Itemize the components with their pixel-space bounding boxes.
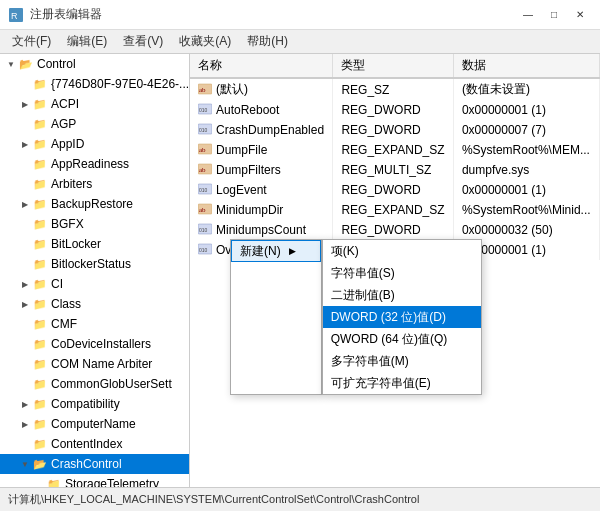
dword-value-icon: 010 — [198, 103, 212, 117]
tree-item-appreadiness[interactable]: AppReadiness — [0, 154, 189, 174]
table-row[interactable]: ab(默认)REG_SZ(数值未设置) — [190, 78, 600, 100]
submenu-item-4[interactable]: QWORD (64 位)值(Q) — [323, 328, 481, 350]
tree-label-bitlockerstatus: BitlockerStatus — [51, 257, 131, 271]
tree-item-contentindex[interactable]: ContentIndex — [0, 434, 189, 454]
new-menu-label: 新建(N) — [240, 243, 281, 260]
tree-item-codeviceinstallers[interactable]: CoDeviceInstallers — [0, 334, 189, 354]
svg-text:010: 010 — [199, 127, 208, 133]
string-value-icon: ab — [198, 203, 212, 217]
right-panel[interactable]: 名称 类型 数据 ab(默认)REG_SZ(数值未设置)010AutoReboo… — [190, 54, 600, 487]
expand-arrow-appid[interactable] — [18, 137, 32, 151]
expand-arrow-control[interactable] — [4, 57, 18, 71]
new-menu: 新建(N) ▶ — [230, 239, 322, 395]
tree-label-agp: AGP — [51, 117, 76, 131]
tree-item-appid[interactable]: AppID — [0, 134, 189, 154]
tree-item-cmf[interactable]: CMF — [0, 314, 189, 334]
tree-item-bitlocker[interactable]: BitLocker — [0, 234, 189, 254]
main-container: Control {7746D80F-97E0-4E26-... ACPI AGP… — [0, 54, 600, 487]
menu-item-h[interactable]: 帮助(H) — [239, 31, 296, 52]
svg-text:010: 010 — [199, 227, 208, 233]
menu-item-v[interactable]: 查看(V) — [115, 31, 171, 52]
folder-icon-appreadiness — [32, 157, 48, 171]
submenu-item-1[interactable]: 字符串值(S) — [323, 262, 481, 284]
col-header-type[interactable]: 类型 — [333, 54, 453, 78]
title-controls: — □ ✕ — [516, 5, 592, 25]
close-button[interactable]: ✕ — [568, 5, 592, 25]
tree-label-compatibility: Compatibility — [51, 397, 120, 411]
dword-value-icon: 010 — [198, 123, 212, 137]
expand-arrow-acpi[interactable] — [18, 97, 32, 111]
tree-label-arbiters: Arbiters — [51, 177, 92, 191]
tree-label-guid: {7746D80F-97E0-4E26-... — [51, 77, 189, 91]
folder-icon-codeviceinstallers — [32, 337, 48, 351]
maximize-button[interactable]: □ — [542, 5, 566, 25]
tree-item-storagetelemetry[interactable]: StorageTelemetry — [0, 474, 189, 487]
col-header-data[interactable]: 数据 — [453, 54, 599, 78]
tree-item-acpi[interactable]: ACPI — [0, 94, 189, 114]
table-row[interactable]: abMinidumpDirREG_EXPAND_SZ%SystemRoot%\M… — [190, 200, 600, 220]
tree-item-agp[interactable]: AGP — [0, 114, 189, 134]
expand-arrow-backuprestore[interactable] — [18, 197, 32, 211]
menu-bar: 文件(F)编辑(E)查看(V)收藏夹(A)帮助(H) — [0, 30, 600, 54]
expand-arrow-computername[interactable] — [18, 417, 32, 431]
tree-item-computername[interactable]: ComputerName — [0, 414, 189, 434]
tree-item-bgfx[interactable]: BGFX — [0, 214, 189, 234]
expand-arrow-compatibility[interactable] — [18, 397, 32, 411]
tree-item-ci[interactable]: CI — [0, 274, 189, 294]
tree-item-comnamearbiter[interactable]: COM Name Arbiter — [0, 354, 189, 374]
folder-icon-arbiters — [32, 177, 48, 191]
svg-text:ab: ab — [199, 166, 206, 174]
table-row[interactable]: 010CrashDumpEnabledREG_DWORD0x00000007 (… — [190, 120, 600, 140]
tree-panel[interactable]: Control {7746D80F-97E0-4E26-... ACPI AGP… — [0, 54, 190, 487]
submenu-item-0[interactable]: 项(K) — [323, 240, 481, 262]
tree-label-contentindex: ContentIndex — [51, 437, 122, 451]
svg-text:010: 010 — [199, 187, 208, 193]
cell-type: REG_DWORD — [333, 100, 453, 120]
expand-arrow-crashcontrol[interactable] — [18, 457, 32, 471]
dword-value-icon: 010 — [198, 243, 212, 257]
tree-item-arbiters[interactable]: Arbiters — [0, 174, 189, 194]
folder-icon-guid — [32, 77, 48, 91]
tree-label-computername: ComputerName — [51, 417, 136, 431]
menu-item-e[interactable]: 编辑(E) — [59, 31, 115, 52]
svg-text:ab: ab — [199, 206, 206, 214]
cell-data: 0x00000007 (7) — [453, 120, 599, 140]
table-row[interactable]: abDumpFiltersREG_MULTI_SZdumpfve.sys — [190, 160, 600, 180]
folder-icon-agp — [32, 117, 48, 131]
submenu-item-2[interactable]: 二进制值(B) — [323, 284, 481, 306]
table-row[interactable]: abDumpFileREG_EXPAND_SZ%SystemRoot%\MEM.… — [190, 140, 600, 160]
tree-label-acpi: ACPI — [51, 97, 79, 111]
status-text: 计算机\HKEY_LOCAL_MACHINE\SYSTEM\CurrentCon… — [8, 492, 419, 507]
tree-item-backuprestore[interactable]: BackupRestore — [0, 194, 189, 214]
tree-label-bgfx: BGFX — [51, 217, 84, 231]
tree-item-control[interactable]: Control — [0, 54, 189, 74]
tree-label-class: Class — [51, 297, 81, 311]
expand-arrow-class[interactable] — [18, 297, 32, 311]
cell-data: 0x00000001 (1) — [453, 100, 599, 120]
tree-item-crashcontrol[interactable]: CrashControl — [0, 454, 189, 474]
tree-item-compatibility[interactable]: Compatibility — [0, 394, 189, 414]
folder-icon-crashcontrol — [32, 457, 48, 471]
cell-name: 010AutoReboot — [190, 100, 333, 120]
expand-arrow-ci[interactable] — [18, 277, 32, 291]
new-menu-item[interactable]: 新建(N) ▶ — [231, 240, 321, 262]
tree-item-class[interactable]: Class — [0, 294, 189, 314]
table-row[interactable]: 010AutoRebootREG_DWORD0x00000001 (1) — [190, 100, 600, 120]
tree-item-bitlockerstatus[interactable]: BitlockerStatus — [0, 254, 189, 274]
cell-type: REG_MULTI_SZ — [333, 160, 453, 180]
menu-item-f[interactable]: 文件(F) — [4, 31, 59, 52]
cell-type: REG_DWORD — [333, 220, 453, 240]
tree-item-guid[interactable]: {7746D80F-97E0-4E26-... — [0, 74, 189, 94]
cell-name: abDumpFile — [190, 140, 333, 160]
submenu-item-3[interactable]: DWORD (32 位)值(D) — [323, 306, 481, 328]
col-header-name[interactable]: 名称 — [190, 54, 333, 78]
table-row[interactable]: 010MinidumpsCountREG_DWORD0x00000032 (50… — [190, 220, 600, 240]
submenu-item-6[interactable]: 可扩充字符串值(E) — [323, 372, 481, 394]
table-row[interactable]: 010LogEventREG_DWORD0x00000001 (1) — [190, 180, 600, 200]
svg-text:ab: ab — [199, 146, 206, 154]
tree-item-commonglobusersett[interactable]: CommonGlobUserSett — [0, 374, 189, 394]
submenu-item-5[interactable]: 多字符串值(M) — [323, 350, 481, 372]
tree-label-backuprestore: BackupRestore — [51, 197, 133, 211]
menu-item-a[interactable]: 收藏夹(A) — [171, 31, 239, 52]
minimize-button[interactable]: — — [516, 5, 540, 25]
